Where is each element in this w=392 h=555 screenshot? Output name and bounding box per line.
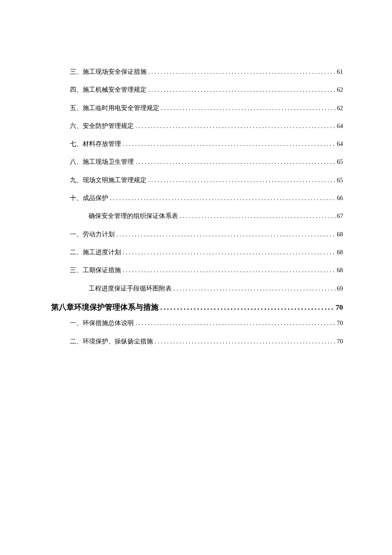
toc-page: 65: [336, 176, 343, 184]
toc-leader: [123, 248, 335, 256]
toc-leader: [173, 284, 335, 293]
toc-entry: 三、工期保证措施 68: [51, 266, 343, 274]
toc-entry: 十、成品保护 66: [51, 194, 343, 202]
toc-entry: 三、施工现场安全保证措施 61: [51, 67, 343, 76]
toc-label: 一、环保措施总体说明: [70, 319, 134, 327]
toc-label: 五、施工临时用电安全管理规定: [70, 104, 159, 112]
toc-label: 四、施工机械安全管理规定: [70, 85, 147, 94]
toc-leader: [116, 230, 335, 238]
toc-entry: 八、施工现场卫生管理 65: [51, 157, 343, 166]
toc-label: 七、材料存放管理: [70, 139, 121, 148]
toc-page: 70: [336, 337, 343, 346]
toc-page: 67: [336, 212, 343, 220]
toc-leader: [123, 139, 335, 148]
toc-label: 二、环境保护、操纵扬尘措施: [70, 337, 153, 346]
table-of-contents: 三、施工现场安全保证措施 61 四、施工机械安全管理规定 62 五、施工临时用电…: [51, 67, 343, 346]
toc-label: 确保安全管理的组织保证体系表: [89, 212, 178, 220]
toc-leader: [148, 85, 335, 94]
toc-leader: [148, 176, 335, 184]
toc-label: 八、施工现场卫生管理: [70, 157, 134, 166]
toc-entry: 五、施工临时用电安全管理规定 62: [51, 104, 343, 112]
toc-entry: 四、施工机械安全管理规定 62: [51, 85, 343, 94]
toc-leader: [180, 212, 335, 220]
toc-label: 二、施工进度计划: [70, 248, 121, 256]
toc-page: 68: [336, 230, 343, 238]
toc-page: 62: [336, 85, 343, 94]
toc-label: 十、成品保护: [70, 194, 108, 202]
toc-chapter-entry: 第八章环境保护管理体系与措施 70: [51, 302, 343, 313]
toc-entry: 九、现场文明施工管理规定 65: [51, 176, 343, 184]
toc-entry: 确保安全管理的组织保证体系表 67: [51, 212, 343, 220]
toc-page: 64: [336, 139, 343, 148]
toc-leader: [135, 122, 335, 130]
toc-label: 三、施工现场安全保证措施: [70, 67, 147, 76]
toc-page: 68: [336, 248, 343, 256]
toc-page: 65: [336, 157, 343, 166]
toc-page: 69: [336, 284, 343, 293]
toc-label: 六、安全防护管理规定: [70, 122, 134, 130]
toc-entry: 二、环境保护、操纵扬尘措施 70: [51, 337, 343, 346]
toc-entry: 工程进度保证手段循环图附表 69: [51, 284, 343, 293]
toc-leader: [160, 302, 334, 313]
toc-page: 64: [336, 122, 343, 130]
toc-leader: [123, 266, 335, 274]
toc-leader: [155, 337, 335, 346]
toc-page: 70: [336, 319, 343, 327]
toc-entry: 一、劳动力计划 68: [51, 230, 343, 238]
toc-page: 62: [336, 104, 343, 112]
toc-label: 一、劳动力计划: [70, 230, 115, 238]
toc-entry: 一、环保措施总体说明 70: [51, 319, 343, 327]
toc-page: 70: [335, 302, 343, 313]
toc-page: 61: [336, 67, 343, 76]
toc-leader: [110, 194, 335, 202]
toc-page: 66: [336, 194, 343, 202]
toc-leader: [161, 104, 335, 112]
toc-label: 第八章环境保护管理体系与措施: [51, 302, 159, 313]
toc-label: 工程进度保证手段循环图附表: [89, 284, 172, 293]
toc-leader: [148, 67, 335, 76]
toc-entry: 二、施工进度计划 68: [51, 248, 343, 256]
toc-leader: [135, 319, 335, 327]
toc-entry: 七、材料存放管理 64: [51, 139, 343, 148]
toc-label: 三、工期保证措施: [70, 266, 121, 274]
toc-leader: [135, 157, 335, 166]
toc-entry: 六、安全防护管理规定 64: [51, 122, 343, 130]
toc-label: 九、现场文明施工管理规定: [70, 176, 147, 184]
toc-page: 68: [336, 266, 343, 274]
